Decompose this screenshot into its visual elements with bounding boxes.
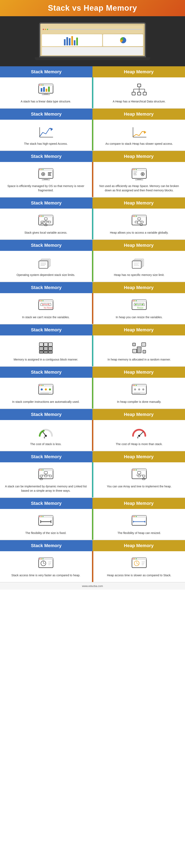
svg-rect-127 xyxy=(44,347,48,350)
svg-point-104 xyxy=(39,300,40,301)
svg-point-55 xyxy=(134,169,135,170)
svg-text:$: $ xyxy=(44,436,45,439)
heap-content-4: Heap has no specific memory size limit. xyxy=(93,251,185,282)
svg-point-62 xyxy=(39,216,40,217)
svg-rect-0 xyxy=(64,39,65,45)
svg-point-16 xyxy=(41,85,42,86)
svg-point-169 xyxy=(43,469,44,470)
stack-header-5: Stack Memory xyxy=(0,282,92,293)
svg-rect-124 xyxy=(44,343,48,346)
svg-point-142 xyxy=(43,385,44,386)
stack-desc-1: The stack has high-speed Access. xyxy=(24,142,68,146)
stack-header-0: Stack Memory xyxy=(0,66,92,78)
section-header-3: Stack Memory Heap Memory xyxy=(0,197,185,209)
heap-content-9: You can use Array and tree to implement … xyxy=(93,462,185,497)
section-header-2: Stack Memory Heap Memory xyxy=(0,151,185,162)
svg-rect-91 xyxy=(39,261,48,268)
content-row-0: A stack has a linear data type structure… xyxy=(0,78,185,108)
content-row-1: The stack has high-speed Access. As comp… xyxy=(0,120,185,151)
svg-rect-1 xyxy=(67,37,68,45)
heap-content-0: A Heap has a Hierarchical Data structure… xyxy=(93,78,185,108)
svg-rect-125 xyxy=(48,343,52,346)
stack-icon-11 xyxy=(36,556,55,571)
svg-rect-123 xyxy=(39,343,43,346)
svg-rect-19 xyxy=(132,92,135,95)
stack-header-8: Stack Memory xyxy=(0,409,92,420)
svg-point-181 xyxy=(133,469,134,470)
heap-header-8: Heap Memory xyxy=(92,409,185,420)
stack-desc-11: Stack access time is very faster as comp… xyxy=(11,573,80,578)
footer-url: www.educba.com xyxy=(82,585,103,588)
stack-icon-0 xyxy=(36,82,55,97)
svg-point-106 xyxy=(43,300,44,301)
stack-content-0: A stack has a linear data type structure… xyxy=(0,78,92,108)
laptop-section xyxy=(0,16,185,66)
stack-desc-6: Memory is assigned in a contiguous block… xyxy=(14,358,78,362)
svg-rect-134 xyxy=(137,347,141,353)
footer: www.educba.com xyxy=(0,583,185,590)
section-header-10: Stack Memory Heap Memory xyxy=(0,498,185,509)
svg-rect-11 xyxy=(46,89,47,92)
stack-header-1: Stack Memory xyxy=(0,108,92,120)
svg-rect-45 xyxy=(42,180,50,180)
svg-rect-131 xyxy=(48,351,52,353)
stack-icon-7 xyxy=(36,382,55,398)
svg-rect-14 xyxy=(42,94,50,95)
heap-header-2: Heap Memory xyxy=(92,151,185,162)
heap-header-7: Heap Memory xyxy=(92,367,185,378)
svg-point-194 xyxy=(39,516,40,517)
heap-icon-5: Resize xyxy=(130,298,149,313)
section-header-0: Stack Memory Heap Memory xyxy=(0,66,185,78)
svg-point-140 xyxy=(39,385,40,386)
svg-point-105 xyxy=(41,300,42,301)
stack-header-6: Stack Memory xyxy=(0,324,92,336)
svg-point-41 xyxy=(39,169,40,170)
heap-header-6: Heap Memory xyxy=(92,324,185,336)
svg-point-195 xyxy=(41,516,42,517)
content-row-2: Space is efficiently managed by OS so th… xyxy=(0,162,185,197)
heap-desc-5: In heap you can resize the variables. xyxy=(116,315,163,319)
svg-point-182 xyxy=(134,469,135,470)
heap-desc-2: Not used as efficiently as Heap Space. M… xyxy=(98,184,181,192)
svg-point-226 xyxy=(136,558,137,559)
stack-content-6: Memory is assigned in a contiguous block… xyxy=(0,336,92,366)
svg-rect-97 xyxy=(132,261,141,268)
svg-rect-128 xyxy=(48,347,52,350)
stack-content-4: Operating system dependent stack size li… xyxy=(0,251,92,282)
heap-content-3: Heap allows you to access a variable glo… xyxy=(93,209,185,239)
heap-header-10: Heap Memory xyxy=(92,498,185,509)
heap-desc-10: The flexibility of heap can resized. xyxy=(117,531,161,535)
content-row-3: Stack gives local variable access. Heap … xyxy=(0,209,185,240)
heap-header-11: Heap Memory xyxy=(92,540,185,551)
heap-icon-7 xyxy=(130,382,149,398)
stack-desc-9: A stack can be implemented by dynamic me… xyxy=(4,484,87,493)
heap-icon-8: $ xyxy=(130,425,149,440)
heap-content-7: In heap compiler is done manually. xyxy=(93,378,185,408)
heap-header-3: Heap Memory xyxy=(92,197,185,209)
svg-text:$: $ xyxy=(137,436,138,439)
svg-point-213 xyxy=(41,558,42,559)
stack-header-10: Stack Memory xyxy=(0,498,92,509)
heap-content-8: $ The cost of Heap is more than stack. xyxy=(93,420,185,451)
page-header: Stack vs Heap Memory xyxy=(0,0,185,16)
page-title: Stack vs Heap Memory xyxy=(2,4,183,12)
stack-desc-2: Space is efficiently managed by OS so th… xyxy=(4,184,87,192)
svg-rect-135 xyxy=(133,343,135,346)
svg-point-143 xyxy=(41,389,43,391)
svg-point-214 xyxy=(43,558,44,559)
svg-point-203 xyxy=(133,516,134,517)
stack-desc-4: Operating system dependent stack size li… xyxy=(17,273,75,277)
svg-rect-132 xyxy=(133,349,137,353)
stack-content-10: The flexibility of the size is fixed. xyxy=(0,509,92,540)
heap-desc-11: Heap access time is slower as compared t… xyxy=(107,573,171,578)
svg-rect-20 xyxy=(137,92,141,95)
svg-rect-51 xyxy=(133,175,137,175)
stack-content-1: The stack has high-speed Access. xyxy=(0,120,92,151)
svg-text:Resize: Resize xyxy=(137,307,143,309)
content-row-9: A stack can be implemented by dynamic me… xyxy=(0,462,185,498)
svg-point-183 xyxy=(136,469,137,470)
laptop-image xyxy=(39,22,146,57)
stack-icon-5: No Resize xyxy=(36,298,55,313)
heap-content-6: In heap memory is allocated in a random … xyxy=(93,336,185,366)
svg-point-117 xyxy=(136,300,137,301)
